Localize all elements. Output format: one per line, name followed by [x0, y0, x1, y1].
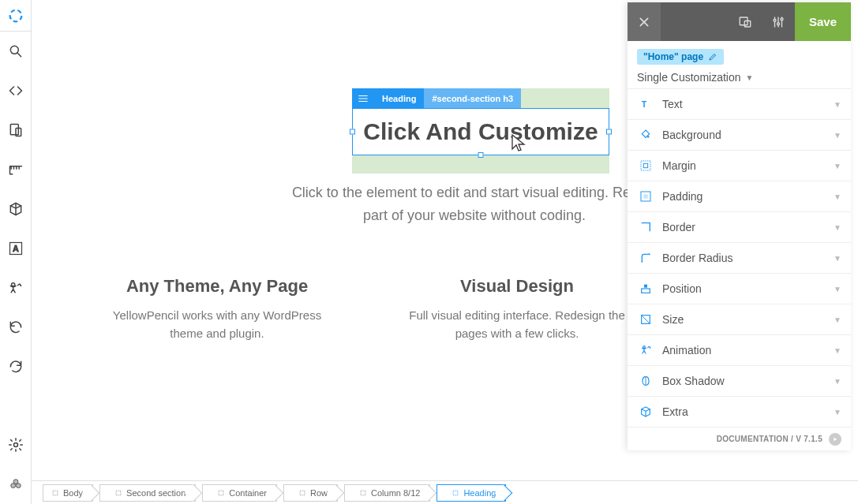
- ruler-tool[interactable]: [0, 150, 32, 189]
- collab-tool[interactable]: [0, 465, 32, 504]
- subtitle-line2: part of your website without coding.: [363, 207, 586, 223]
- breadcrumb-bar: Body Second section Container Row Column…: [32, 480, 858, 504]
- customization-label: Single Customization: [637, 71, 741, 84]
- svg-point-11: [13, 480, 18, 484]
- crumb-column[interactable]: Column 8/12: [344, 484, 430, 502]
- play-icon[interactable]: [829, 433, 841, 446]
- resize-handle-right[interactable]: [606, 129, 612, 135]
- customization-dropdown[interactable]: Single Customization ▼: [637, 71, 841, 84]
- svg-rect-34: [300, 491, 305, 495]
- svg-point-17: [777, 22, 779, 24]
- box-3d-tool[interactable]: [0, 189, 32, 229]
- selection-toolbar[interactable]: Heading #second-section h3: [352, 88, 521, 108]
- chevron-down-icon: ▼: [834, 346, 841, 355]
- box-shadow-icon: [637, 375, 654, 387]
- prop-border-radius[interactable]: Border Radius▼: [628, 242, 851, 273]
- svg-rect-35: [361, 491, 365, 495]
- panel-header: Save: [628, 2, 851, 41]
- chevron-down-icon: ▼: [834, 377, 841, 386]
- feature-2[interactable]: Visual Design Full visual editing interf…: [407, 276, 628, 343]
- prop-position[interactable]: Position▼: [628, 273, 851, 304]
- responsive-toggle-button[interactable]: [729, 2, 762, 41]
- panel-footer: DOCUMENTATION / V 7.1.5: [628, 427, 851, 450]
- animation-tool[interactable]: [0, 268, 32, 308]
- feature-1[interactable]: Any Theme, Any Page YellowPencil works w…: [107, 276, 328, 343]
- selection-element-label[interactable]: Heading: [374, 88, 424, 108]
- extra-icon: [637, 405, 654, 418]
- prop-extra[interactable]: Extra▼: [628, 396, 851, 427]
- undo-tool[interactable]: [0, 308, 32, 347]
- code-tool[interactable]: [0, 71, 32, 110]
- crumb-heading[interactable]: Heading: [436, 484, 506, 502]
- settings-tool[interactable]: [0, 425, 32, 465]
- redo-tool[interactable]: [0, 347, 32, 386]
- selection-selector-label[interactable]: #second-section h3: [424, 88, 521, 108]
- svg-rect-36: [453, 491, 458, 495]
- heading-text: Click And Customize: [363, 118, 598, 145]
- svg-point-1: [10, 46, 18, 54]
- background-icon: [637, 129, 654, 141]
- chevron-down-icon: ▼: [834, 100, 841, 109]
- chevron-down-icon: ▼: [834, 315, 841, 324]
- svg-point-15: [774, 19, 776, 21]
- svg-line-2: [17, 54, 21, 57]
- crumb-container[interactable]: Container: [202, 484, 277, 502]
- feature-1-desc: YellowPencil works with any WordPress th…: [107, 306, 328, 343]
- prop-text[interactable]: TText▼: [628, 88, 851, 119]
- settings-sliders-button[interactable]: [762, 2, 795, 41]
- padding-icon: [637, 190, 654, 203]
- panel-subheader: "Home" page Single Customization ▼: [628, 41, 851, 88]
- svg-rect-24: [643, 194, 647, 198]
- svg-rect-32: [116, 491, 121, 495]
- footer-version[interactable]: DOCUMENTATION / V 7.1.5: [717, 435, 822, 443]
- save-button[interactable]: Save: [795, 2, 851, 41]
- svg-point-25: [641, 261, 643, 263]
- property-list: TText▼ Background▼ Margin▼ Padding▼ Bord…: [628, 88, 851, 427]
- position-icon: [637, 282, 654, 295]
- prop-box-shadow[interactable]: Box Shadow▼: [628, 365, 851, 396]
- feature-2-title: Visual Design: [407, 276, 628, 297]
- svg-rect-3: [10, 125, 18, 135]
- border-radius-icon: [637, 252, 654, 264]
- feature-1-title: Any Theme, Any Page: [107, 276, 328, 297]
- svg-point-19: [781, 17, 783, 20]
- svg-text:T: T: [642, 99, 647, 109]
- prop-background[interactable]: Background▼: [628, 119, 851, 150]
- text-tool[interactable]: A: [0, 229, 32, 268]
- resize-handle-bottom[interactable]: [478, 152, 484, 158]
- left-toolbar: A: [0, 0, 32, 504]
- selected-heading[interactable]: Click And Customize: [352, 108, 609, 155]
- resize-handle-left[interactable]: [350, 129, 355, 135]
- text-icon: T: [637, 98, 654, 110]
- chevron-down-icon: ▼: [834, 192, 841, 201]
- prop-animation[interactable]: Animation▼: [628, 334, 851, 365]
- chevron-down-icon: ▼: [834, 254, 841, 263]
- crumb-row[interactable]: Row: [283, 484, 338, 502]
- chevron-down-icon: ▼: [834, 285, 841, 293]
- chevron-down-icon: ▼: [746, 73, 754, 82]
- margin-icon: [637, 159, 654, 172]
- feature-2-desc: Full visual editing interface. Redesign …: [407, 306, 628, 343]
- selection-drag-handle[interactable]: [352, 88, 374, 108]
- pencil-icon: [708, 52, 717, 62]
- prop-border[interactable]: Border▼: [628, 211, 851, 242]
- page-tag[interactable]: "Home" page: [637, 49, 724, 65]
- responsive-tool[interactable]: [0, 110, 32, 150]
- cursor-icon: [511, 134, 526, 151]
- crumb-body[interactable]: Body: [43, 484, 93, 502]
- prop-margin[interactable]: Margin▼: [628, 150, 851, 181]
- close-panel-button[interactable]: [628, 2, 661, 41]
- border-icon: [637, 221, 654, 233]
- crumb-second-section[interactable]: Second section: [99, 484, 196, 502]
- svg-point-7: [11, 283, 14, 286]
- inspector-panel: Save "Home" page Single Customization ▼ …: [628, 2, 851, 450]
- chevron-down-icon: ▼: [834, 131, 841, 140]
- svg-point-26: [649, 253, 650, 255]
- prop-padding[interactable]: Padding▼: [628, 181, 851, 211]
- prop-size[interactable]: Size▼: [628, 304, 851, 334]
- svg-point-8: [13, 443, 17, 447]
- app-logo: [0, 0, 32, 32]
- chevron-down-icon: ▼: [834, 223, 841, 232]
- search-tool[interactable]: [0, 32, 32, 71]
- svg-point-0: [9, 9, 21, 21]
